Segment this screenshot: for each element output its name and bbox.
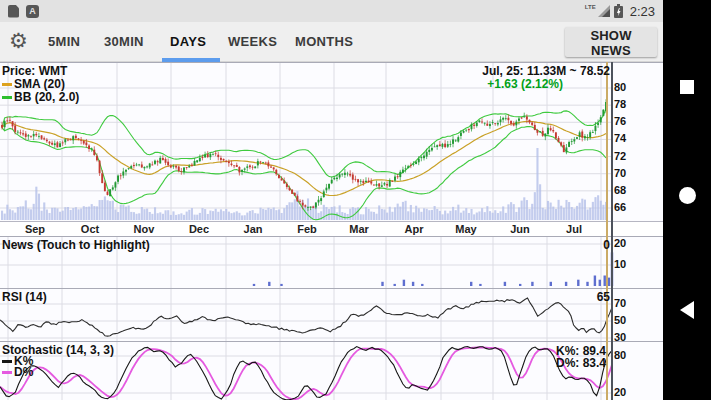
- month-label: Dec: [182, 223, 216, 235]
- tab-months[interactable]: MONTHS: [295, 34, 353, 49]
- axis-tick-label: 76: [614, 115, 626, 127]
- home-circle-icon[interactable]: [663, 186, 711, 220]
- month-label: Mar: [342, 223, 376, 235]
- month-label: Feb: [290, 223, 324, 235]
- news-panel-title: News (Touch to Highlight): [2, 238, 150, 252]
- clock: 2:23: [630, 4, 655, 19]
- axis-tick-label: 72: [614, 150, 626, 162]
- status-system-icons: LTE 2:23: [585, 4, 655, 19]
- month-label: Nov: [127, 223, 161, 235]
- d-dash-icon: [2, 371, 12, 374]
- battery-charging-icon: [614, 4, 623, 18]
- d-current-value: D%: 83.4: [556, 356, 606, 370]
- axis-tick-label: 74: [614, 132, 626, 144]
- price-panel[interactable]: Price: WMT SMA (20) BB (20, 2.0) Jul, 25…: [0, 62, 663, 221]
- axis-tick-label: 20: [614, 237, 626, 249]
- axis-tick-label: 70: [614, 167, 626, 179]
- month-label: May: [449, 223, 483, 235]
- sma-dash-icon: [2, 83, 12, 86]
- settings-gear-icon[interactable]: ⚙: [9, 29, 28, 53]
- month-axis: SepOctNovDecJanFebMarAprMayJunJul: [0, 221, 663, 236]
- month-label: Jul: [557, 223, 591, 235]
- d-legend-label: D%: [14, 365, 33, 379]
- navigation-bar: [663, 0, 711, 400]
- storage-icon: [8, 5, 19, 18]
- quote-info: Jul, 25: 11.33M ~ 78.52: [482, 64, 610, 78]
- month-label: Jan: [236, 223, 270, 235]
- d-legend: D%: [2, 365, 33, 379]
- news-current-value: 0: [603, 238, 610, 252]
- tab-days[interactable]: DAYS: [170, 34, 206, 49]
- tab-weeks[interactable]: WEEKS: [228, 34, 277, 49]
- axis-tick-label: 30: [614, 331, 626, 343]
- rsi-chart-svg[interactable]: [0, 289, 663, 342]
- month-label: Oct: [73, 223, 107, 235]
- stochastic-panel[interactable]: Stochastic (14, 3, 3) K% D% K%: 89.4 D%:…: [0, 341, 663, 400]
- axis-tick-label: 10: [614, 258, 626, 270]
- chart-area: Price: WMT SMA (20) BB (20, 2.0) Jul, 25…: [0, 62, 663, 400]
- sma-legend-label: SMA (20): [14, 77, 65, 91]
- crosshair-line: [606, 62, 608, 400]
- tab-5min[interactable]: 5MIN: [48, 34, 80, 49]
- back-triangle-icon[interactable]: [663, 300, 711, 334]
- axis-tick-label: 68: [614, 184, 626, 196]
- axis-tick-label: 70: [614, 297, 626, 309]
- axis-tick-label: 78: [614, 98, 626, 110]
- month-label: Apr: [397, 223, 431, 235]
- price-axis-border: [611, 62, 613, 400]
- month-label: Jun: [503, 223, 537, 235]
- status-bar: A LTE 2:23: [0, 0, 663, 22]
- month-label: Sep: [18, 223, 52, 235]
- recents-square-icon[interactable]: [663, 78, 711, 112]
- bb-legend-label: BB (20, 2.0): [14, 90, 79, 104]
- axis-tick-label: 66: [614, 201, 626, 213]
- tab-30min[interactable]: 30MIN: [104, 34, 144, 49]
- android-screen: A LTE 2:23 ⚙ 5MIN 30MIN DAYS WEEKS MONTH…: [0, 0, 711, 400]
- bb-dash-icon: [2, 96, 12, 99]
- price-chart-svg[interactable]: [0, 63, 663, 222]
- toolbar: ⚙ 5MIN 30MIN DAYS WEEKS MONTHS SHOW NEWS: [0, 22, 663, 62]
- axis-tick-label: 80: [614, 349, 626, 361]
- price-panel-title: Price: WMT: [2, 64, 67, 78]
- network-type-label: LTE: [585, 4, 596, 10]
- k-dash-icon: [2, 360, 12, 363]
- quote-change: +1.63 (2.12%): [487, 77, 563, 91]
- show-news-button[interactable]: SHOW NEWS: [565, 27, 657, 57]
- axis-tick-label: 80: [614, 81, 626, 93]
- app-a-icon: A: [26, 5, 39, 18]
- rsi-panel-title: RSI (14): [2, 290, 47, 304]
- bb-legend: BB (20, 2.0): [2, 90, 79, 104]
- status-notifications: A: [8, 5, 39, 18]
- signal-icon: [598, 5, 610, 17]
- rsi-panel[interactable]: RSI (14) 65 705030: [0, 288, 663, 341]
- axis-tick-label: 50: [614, 314, 626, 326]
- news-panel[interactable]: News (Touch to Highlight) 0 2010: [0, 236, 663, 288]
- sma-legend: SMA (20): [2, 77, 65, 91]
- rsi-current-value: 65: [597, 290, 610, 304]
- axis-tick-label: 20: [614, 386, 626, 398]
